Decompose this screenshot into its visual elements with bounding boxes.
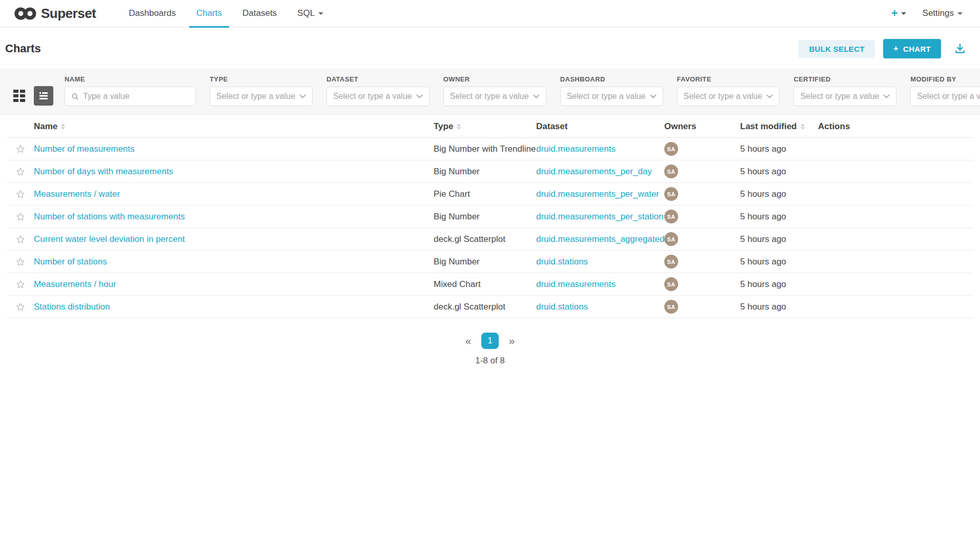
- owner-avatar[interactable]: SA: [664, 187, 678, 201]
- dataset-link[interactable]: druid.measurements_per_water: [536, 189, 659, 199]
- filter-name-box: [65, 87, 196, 106]
- export-charts-button[interactable]: [953, 42, 967, 55]
- owner-avatar[interactable]: SA: [664, 277, 678, 291]
- owner-avatar[interactable]: SA: [664, 232, 678, 246]
- next-page-button[interactable]: »: [505, 335, 519, 347]
- card-view-icon: [13, 90, 25, 102]
- favorite-star-button[interactable]: [15, 212, 26, 222]
- previous-page-button[interactable]: «: [461, 335, 475, 347]
- dataset-link[interactable]: druid.stations: [536, 257, 588, 266]
- chart-name-link[interactable]: Current water level deviation in percent: [34, 234, 185, 244]
- filter-modified-by-label: MODIFIED BY: [910, 75, 980, 83]
- column-header-type[interactable]: Type: [434, 121, 536, 132]
- last-modified-text: 5 hours ago: [740, 189, 786, 199]
- chart-name-link[interactable]: Number of measurements: [34, 144, 135, 154]
- list-view-icon: [38, 90, 49, 101]
- last-modified-text: 5 hours ago: [740, 257, 786, 266]
- column-header-dataset: Dataset: [536, 121, 664, 132]
- table-row: Number of days with measurements Big Num…: [7, 160, 973, 183]
- chart-name-link[interactable]: Stations distribution: [34, 302, 110, 312]
- star-icon: [15, 257, 26, 267]
- list-view-toggle[interactable]: [34, 86, 53, 106]
- filter-owner-placeholder: Select or type a value: [450, 92, 529, 101]
- filter-modified-by: MODIFIED BY Select or type a value: [910, 75, 980, 106]
- filter-type-select[interactable]: Select or type a value: [210, 87, 313, 106]
- settings-dropdown-button[interactable]: Settings: [911, 8, 965, 18]
- chevron-down-icon: [650, 94, 657, 98]
- new-chart-button[interactable]: + CHART: [883, 39, 941, 58]
- filter-dashboard-select[interactable]: Select or type a value: [560, 87, 663, 106]
- chart-name-link[interactable]: Measurements / water: [34, 189, 120, 199]
- star-icon: [15, 144, 26, 154]
- page-title: Charts: [5, 42, 41, 55]
- page-1-button[interactable]: 1: [481, 333, 499, 349]
- filter-modified-by-placeholder: Select or type a value: [917, 92, 980, 101]
- chevron-down-icon: [883, 94, 890, 98]
- column-header-last-modified[interactable]: Last modified: [740, 121, 818, 132]
- dataset-link[interactable]: druid.measurements: [536, 144, 616, 154]
- dataset-link[interactable]: druid.measurements_aggregated: [536, 234, 664, 244]
- favorite-star-button[interactable]: [15, 234, 26, 244]
- filter-dataset-select[interactable]: Select or type a value: [326, 87, 430, 106]
- last-modified-text: 5 hours ago: [740, 144, 786, 154]
- table-row: Number of stations with measurements Big…: [7, 206, 973, 228]
- filter-favorite-select[interactable]: Select or type a value: [677, 87, 780, 106]
- dataset-link[interactable]: druid.measurements_per_station: [536, 212, 664, 221]
- owner-avatar[interactable]: SA: [664, 300, 678, 314]
- chart-name-link[interactable]: Measurements / hour: [34, 279, 116, 289]
- filter-owner-select[interactable]: Select or type a value: [443, 87, 546, 106]
- chevron-down-icon: [416, 94, 423, 98]
- chart-type-text: Mixed Chart: [434, 279, 481, 289]
- dataset-link[interactable]: druid.measurements: [536, 279, 616, 289]
- favorite-star-button[interactable]: [15, 279, 26, 290]
- chart-type-text: Big Number with Trendline: [434, 144, 536, 154]
- bulk-select-button[interactable]: BULK SELECT: [799, 40, 874, 58]
- dataset-link[interactable]: druid.measurements_per_day: [536, 167, 652, 176]
- nav-item-sql[interactable]: SQL: [287, 0, 334, 27]
- chart-name-link[interactable]: Number of days with measurements: [34, 167, 173, 176]
- header-actions: BULK SELECT + CHART: [799, 39, 967, 58]
- table-row: Number of stations Big Number druid.stat…: [7, 251, 973, 273]
- last-modified-text: 5 hours ago: [740, 212, 786, 221]
- star-icon: [15, 189, 26, 199]
- favorite-star-button[interactable]: [15, 167, 26, 177]
- filter-dataset-label: DATASET: [326, 75, 430, 83]
- favorite-star-button[interactable]: [15, 189, 26, 199]
- nav-item-charts[interactable]: Charts: [186, 0, 232, 27]
- chevron-down-icon: [318, 12, 323, 15]
- chart-type-text: Big Number: [434, 167, 480, 176]
- nav-item-datasets[interactable]: Datasets: [232, 0, 287, 27]
- new-item-dropdown-button[interactable]: +: [886, 7, 911, 20]
- favorite-star-button[interactable]: [15, 257, 26, 267]
- chevron-down-icon: [533, 94, 540, 98]
- owner-avatar[interactable]: SA: [664, 165, 678, 178]
- star-icon: [15, 212, 26, 222]
- filter-certified-select[interactable]: Select or type a value: [793, 87, 896, 106]
- chart-name-link[interactable]: Number of stations with measurements: [34, 212, 185, 221]
- chevron-down-icon: [299, 94, 306, 98]
- search-icon: [71, 93, 79, 100]
- filter-type-placeholder: Select or type a value: [216, 92, 295, 101]
- owner-avatar[interactable]: SA: [664, 210, 678, 223]
- filter-name-input[interactable]: [83, 92, 189, 101]
- favorite-star-button[interactable]: [15, 302, 26, 312]
- owner-avatar[interactable]: SA: [664, 255, 678, 269]
- star-icon: [15, 167, 26, 177]
- column-header-name[interactable]: Name: [34, 121, 427, 132]
- settings-label: Settings: [923, 8, 954, 18]
- chart-name-link[interactable]: Number of stations: [34, 257, 107, 266]
- superset-logo[interactable]: Superset: [14, 0, 96, 27]
- filter-favorite: FAVORITE Select or type a value: [677, 75, 780, 106]
- page-header: Charts BULK SELECT + CHART: [0, 28, 980, 69]
- filter-certified-label: CERTIFIED: [793, 75, 896, 83]
- favorite-star-button[interactable]: [15, 144, 26, 154]
- owner-avatar[interactable]: SA: [664, 142, 678, 156]
- view-mode-toggles: [9, 86, 53, 106]
- star-icon: [15, 279, 26, 290]
- dataset-link[interactable]: druid.stations: [536, 302, 588, 312]
- card-view-toggle[interactable]: [9, 86, 29, 106]
- nav-item-dashboards[interactable]: Dashboards: [118, 0, 186, 27]
- table-row: Measurements / hour Mixed Chart druid.me…: [7, 273, 973, 296]
- filter-modified-by-select[interactable]: Select or type a value: [910, 87, 980, 106]
- chart-type-text: Big Number: [434, 212, 480, 221]
